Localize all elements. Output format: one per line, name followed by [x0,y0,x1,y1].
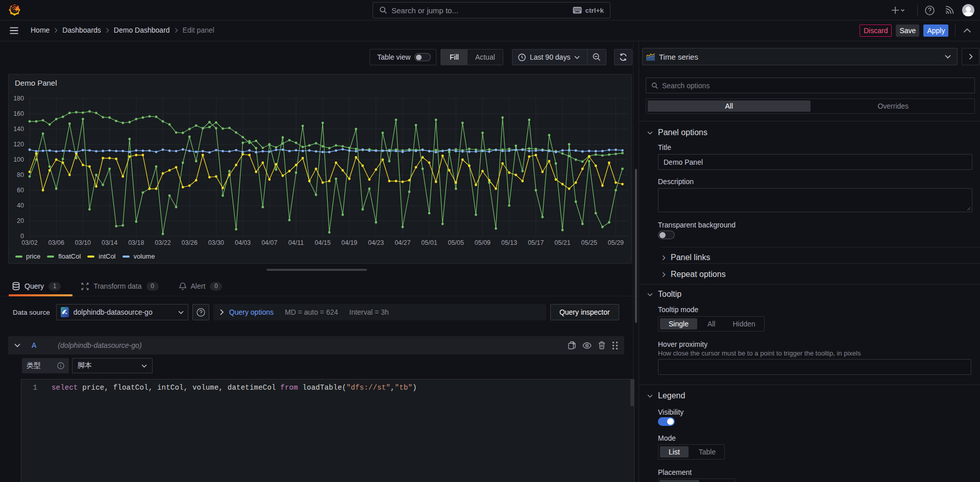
svg-text:0: 0 [20,233,24,240]
svg-text:03/18: 03/18 [128,239,144,246]
svg-text:04/23: 04/23 [368,239,384,246]
svg-text:03/06: 03/06 [48,239,64,246]
svg-text:140: 140 [13,125,24,133]
svg-text:80: 80 [17,171,24,179]
svg-text:03/02: 03/02 [21,239,37,246]
svg-text:05/17: 05/17 [528,239,544,246]
svg-text:05/09: 05/09 [475,239,491,246]
svg-text:05/05: 05/05 [448,239,464,246]
svg-text:03/30: 03/30 [208,239,224,246]
svg-text:20: 20 [17,217,24,224]
svg-text:60: 60 [17,187,24,194]
svg-text:120: 120 [13,141,24,148]
svg-text:04/15: 04/15 [315,239,331,246]
svg-text:05/21: 05/21 [554,239,570,246]
svg-text:05/29: 05/29 [608,239,624,246]
svg-text:180: 180 [13,95,24,102]
svg-text:05/13: 05/13 [501,239,517,246]
svg-text:05/25: 05/25 [581,239,597,246]
svg-text:05/01: 05/01 [421,239,437,246]
svg-text:160: 160 [13,110,24,117]
svg-text:100: 100 [13,156,24,163]
svg-text:03/26: 03/26 [182,239,198,246]
svg-text:04/19: 04/19 [341,239,357,246]
svg-text:03/10: 03/10 [75,239,91,246]
svg-text:04/11: 04/11 [288,239,304,246]
svg-text:03/14: 03/14 [102,239,117,246]
svg-text:04/07: 04/07 [261,239,277,246]
svg-text:04/27: 04/27 [395,239,410,246]
svg-text:03/22: 03/22 [155,239,170,246]
svg-text:04/03: 04/03 [235,239,251,246]
svg-text:40: 40 [17,202,24,209]
